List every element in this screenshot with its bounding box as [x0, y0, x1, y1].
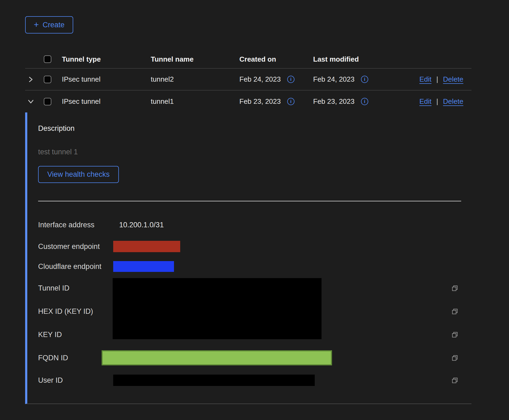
- expand-row-button[interactable]: [27, 76, 34, 83]
- copy-icon: [451, 285, 458, 292]
- detail-row-user-id: User ID: [38, 369, 471, 391]
- copy-key-id-button[interactable]: [451, 323, 471, 346]
- table-row: IPsec tunnel tunnel2 Feb 24, 2023 i Feb …: [25, 69, 471, 91]
- detail-label: User ID: [38, 376, 113, 385]
- last-modified-cell: Feb 24, 2023: [313, 75, 354, 84]
- tunnel-table: Tunnel type Tunnel name Created on Last …: [25, 50, 471, 404]
- description-label: Description: [38, 124, 471, 133]
- detail-label: Customer endpoint: [38, 242, 113, 251]
- detail-label: Tunnel ID: [38, 276, 113, 300]
- fqdn-id-redacted-value: [102, 350, 332, 365]
- row-checkbox[interactable]: [44, 98, 51, 105]
- user-id-redacted-value: [113, 375, 315, 386]
- tunnel-type-cell: IPsec tunnel: [62, 75, 151, 84]
- copy-tunnel-id-button[interactable]: [451, 276, 471, 300]
- detail-label: Interface address: [38, 221, 113, 229]
- created-on-cell: Feb 24, 2023: [239, 75, 281, 84]
- select-all-checkbox[interactable]: [44, 55, 51, 63]
- info-icon[interactable]: i: [361, 98, 368, 105]
- table-header-row: Tunnel type Tunnel name Created on Last …: [25, 50, 471, 69]
- edit-link[interactable]: Edit: [419, 97, 431, 106]
- customer-endpoint-redacted-value: [113, 241, 180, 252]
- row-checkbox[interactable]: [44, 76, 51, 83]
- actions-separator: |: [436, 75, 438, 84]
- tunnel-type-cell: IPsec tunnel: [62, 97, 151, 106]
- tunnel-name-cell: tunnel2: [151, 75, 239, 84]
- interface-address-value: 10.200.1.0/31: [113, 221, 451, 229]
- delete-link[interactable]: Delete: [443, 75, 463, 84]
- detail-label: Cloudflare endpoint: [38, 262, 113, 271]
- actions-separator: |: [436, 97, 438, 106]
- column-header-created-on: Created on: [239, 55, 313, 64]
- copy-icon: [451, 377, 458, 384]
- copy-icon: [451, 308, 458, 315]
- tunnel-details: Interface address 10.200.1.0/31 Customer…: [38, 213, 471, 391]
- column-header-last-modified: Last modified: [313, 55, 406, 64]
- plus-icon: +: [34, 20, 39, 29]
- copy-icon: [451, 354, 458, 362]
- detail-row-cloudflare-endpoint: Cloudflare endpoint: [38, 256, 471, 276]
- description-value: test tunnel 1: [38, 148, 471, 156]
- tunnels-page: + Create Tunnel type Tunnel name Created…: [0, 0, 509, 420]
- detail-row-customer-endpoint: Customer endpoint: [38, 236, 471, 256]
- create-button[interactable]: + Create: [25, 16, 73, 34]
- view-health-checks-button[interactable]: View health checks: [38, 166, 119, 183]
- column-header-tunnel-type: Tunnel type: [62, 55, 151, 64]
- detail-label: HEX ID (KEY ID): [38, 300, 113, 323]
- copy-hex-id-button[interactable]: [451, 300, 471, 323]
- detail-label: KEY ID: [38, 323, 113, 346]
- edit-link[interactable]: Edit: [419, 75, 431, 84]
- copy-icon: [451, 331, 458, 338]
- detail-rows-ids-group: Tunnel ID HEX ID (KEY ID) KEY ID: [38, 276, 471, 346]
- create-button-label: Create: [43, 21, 65, 29]
- column-header-tunnel-name: Tunnel name: [151, 55, 239, 64]
- ids-redacted-value: [113, 278, 322, 339]
- chevron-right-icon: [27, 76, 34, 83]
- panel-divider: [38, 201, 461, 201]
- cloudflare-endpoint-redacted-value: [113, 261, 174, 272]
- tunnel-name-cell: tunnel1: [151, 97, 239, 106]
- collapse-row-button[interactable]: [27, 98, 34, 105]
- detail-row-interface-address: Interface address 10.200.1.0/31: [38, 213, 471, 236]
- tunnel-detail-panel: Description test tunnel 1 View health ch…: [25, 112, 471, 404]
- delete-link[interactable]: Delete: [443, 97, 463, 106]
- info-icon[interactable]: i: [287, 98, 294, 105]
- info-icon[interactable]: i: [287, 76, 294, 83]
- last-modified-cell: Feb 23, 2023: [313, 97, 354, 106]
- info-icon[interactable]: i: [361, 76, 368, 83]
- chevron-down-icon: [27, 98, 34, 105]
- copy-fqdn-id-button[interactable]: [451, 354, 471, 362]
- table-row: IPsec tunnel tunnel1 Feb 23, 2023 i Feb …: [25, 91, 471, 112]
- created-on-cell: Feb 23, 2023: [239, 97, 281, 106]
- copy-user-id-button[interactable]: [451, 377, 471, 384]
- detail-row-fqdn-id: FQDN ID: [38, 346, 471, 369]
